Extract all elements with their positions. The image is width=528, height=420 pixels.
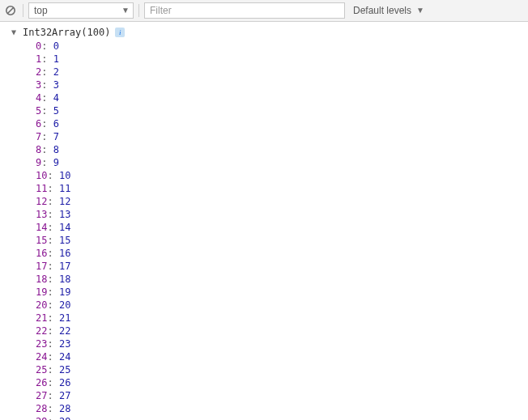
array-entry[interactable]: 12: 12 bbox=[36, 195, 528, 208]
entry-value: 2 bbox=[53, 66, 59, 78]
array-entry[interactable]: 25: 25 bbox=[36, 363, 528, 376]
entry-value: 13 bbox=[59, 209, 70, 220]
array-entry[interactable]: 9: 9 bbox=[36, 156, 528, 169]
array-entry[interactable]: 10: 10 bbox=[36, 169, 528, 182]
chevron-down-icon: ▼ bbox=[416, 6, 424, 15]
entry-index: 25 bbox=[36, 364, 47, 375]
entry-index: 22 bbox=[36, 325, 47, 337]
execution-context-selector[interactable]: top ▼ bbox=[28, 2, 134, 19]
array-entry[interactable]: 24: 24 bbox=[36, 350, 528, 363]
log-levels-selector[interactable]: Default levels ▼ bbox=[348, 2, 428, 19]
info-icon[interactable]: i bbox=[115, 28, 125, 37]
object-entries: 0: 01: 12: 23: 34: 45: 56: 67: 78: 89: 9… bbox=[0, 40, 528, 420]
entry-index: 13 bbox=[36, 209, 47, 220]
colon: : bbox=[41, 144, 53, 155]
colon: : bbox=[47, 286, 58, 298]
entry-value: 6 bbox=[53, 118, 59, 129]
entry-index: 24 bbox=[36, 351, 47, 363]
colon: : bbox=[47, 274, 58, 285]
entry-value: 22 bbox=[59, 325, 70, 337]
entry-value: 23 bbox=[59, 338, 70, 350]
array-entry[interactable]: 19: 19 bbox=[36, 286, 528, 299]
entry-index: 26 bbox=[36, 377, 47, 388]
colon: : bbox=[41, 79, 53, 91]
array-entry[interactable]: 0: 0 bbox=[36, 40, 528, 53]
colon: : bbox=[41, 66, 53, 78]
entry-index: 29 bbox=[36, 416, 47, 420]
entry-value: 21 bbox=[59, 312, 70, 324]
entry-index: 15 bbox=[36, 235, 47, 246]
entry-index: 11 bbox=[36, 183, 47, 194]
entry-value: 4 bbox=[53, 92, 59, 104]
entry-value: 12 bbox=[59, 196, 70, 207]
entry-index: 16 bbox=[36, 248, 47, 259]
colon: : bbox=[47, 209, 58, 220]
entry-value: 27 bbox=[59, 390, 70, 401]
array-entry[interactable]: 5: 5 bbox=[36, 104, 528, 117]
array-entry[interactable]: 18: 18 bbox=[36, 273, 528, 286]
array-entry[interactable]: 6: 6 bbox=[36, 117, 528, 130]
colon: : bbox=[47, 248, 58, 259]
colon: : bbox=[47, 351, 58, 363]
entry-index: 10 bbox=[36, 170, 47, 181]
array-entry[interactable]: 8: 8 bbox=[36, 143, 528, 156]
entry-value: 25 bbox=[59, 364, 70, 375]
array-entry[interactable]: 13: 13 bbox=[36, 208, 528, 221]
entry-index: 17 bbox=[36, 261, 47, 272]
entry-index: 23 bbox=[36, 338, 47, 350]
array-entry[interactable]: 1: 1 bbox=[36, 53, 528, 66]
entry-index: 19 bbox=[36, 286, 47, 298]
colon: : bbox=[41, 118, 53, 129]
clear-console-icon[interactable] bbox=[3, 3, 18, 18]
filter-input[interactable] bbox=[144, 2, 345, 19]
toolbar-separator bbox=[23, 4, 23, 17]
entry-value: 19 bbox=[59, 286, 70, 298]
colon: : bbox=[47, 403, 58, 414]
array-entry[interactable]: 16: 16 bbox=[36, 247, 528, 260]
array-entry[interactable]: 3: 3 bbox=[36, 78, 528, 91]
entry-value: 18 bbox=[59, 274, 70, 285]
array-entry[interactable]: 27: 27 bbox=[36, 389, 528, 402]
array-entry[interactable]: 28: 28 bbox=[36, 402, 528, 415]
entry-index: 18 bbox=[36, 274, 47, 285]
entry-value: 9 bbox=[53, 157, 59, 168]
object-header[interactable]: ▼ Int32Array(100) i bbox=[0, 25, 528, 40]
entry-index: 20 bbox=[36, 299, 47, 311]
array-entry[interactable]: 11: 11 bbox=[36, 182, 528, 195]
array-entry[interactable]: 14: 14 bbox=[36, 221, 528, 234]
array-entry[interactable]: 15: 15 bbox=[36, 234, 528, 247]
entry-value: 14 bbox=[59, 222, 70, 233]
array-entry[interactable]: 20: 20 bbox=[36, 299, 528, 312]
disclosure-triangle-icon[interactable]: ▼ bbox=[11, 26, 19, 39]
entry-index: 12 bbox=[36, 196, 47, 207]
entry-value: 24 bbox=[59, 351, 70, 363]
array-entry[interactable]: 17: 17 bbox=[36, 260, 528, 273]
colon: : bbox=[41, 53, 53, 65]
colon: : bbox=[41, 92, 53, 104]
colon: : bbox=[47, 377, 58, 388]
colon: : bbox=[47, 338, 58, 350]
entry-index: 28 bbox=[36, 403, 47, 414]
array-entry[interactable]: 22: 22 bbox=[36, 325, 528, 337]
entry-value: 10 bbox=[59, 170, 70, 181]
array-entry[interactable]: 23: 23 bbox=[36, 337, 528, 350]
entry-index: 21 bbox=[36, 312, 47, 324]
colon: : bbox=[47, 390, 58, 401]
array-entry[interactable]: 4: 4 bbox=[36, 91, 528, 104]
entry-value: 26 bbox=[59, 377, 70, 388]
array-entry[interactable]: 29: 29 bbox=[36, 415, 528, 420]
entry-index: 14 bbox=[36, 222, 47, 233]
entry-value: 11 bbox=[59, 183, 70, 194]
colon: : bbox=[47, 261, 58, 272]
context-label: top bbox=[34, 5, 48, 16]
array-entry[interactable]: 26: 26 bbox=[36, 376, 528, 389]
colon: : bbox=[47, 325, 58, 337]
toolbar-separator bbox=[138, 4, 139, 17]
colon: : bbox=[47, 299, 58, 311]
entry-value: 1 bbox=[53, 53, 59, 65]
array-entry[interactable]: 7: 7 bbox=[36, 130, 528, 143]
array-entry[interactable]: 21: 21 bbox=[36, 312, 528, 325]
colon: : bbox=[47, 364, 58, 375]
array-entry[interactable]: 2: 2 bbox=[36, 66, 528, 78]
entry-value: 16 bbox=[59, 248, 70, 259]
